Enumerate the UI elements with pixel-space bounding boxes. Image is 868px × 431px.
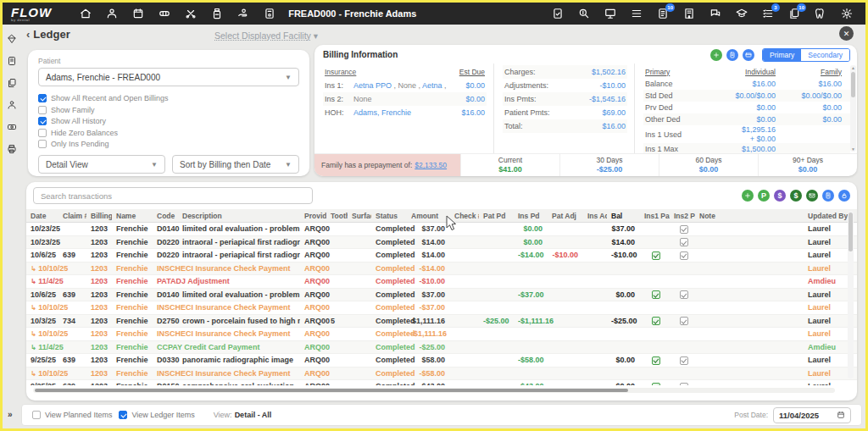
ins1-paid-checkbox[interactable] [652, 317, 660, 325]
column-header-check[interactable]: Check # [450, 212, 479, 220]
settings-icon[interactable] [840, 7, 854, 20]
column-header-claim[interactable]: Claim # [58, 212, 86, 220]
ins1-paid-checkbox[interactable] [652, 356, 660, 365]
checklist-icon[interactable]: 3 [761, 7, 775, 20]
sidebar-copy-icon[interactable] [7, 77, 18, 88]
ins2-paid-checkbox[interactable] [680, 383, 688, 385]
primary-table-scrollbar[interactable]: ▲ ▼ [850, 65, 856, 152]
procedures-icon[interactable] [184, 7, 198, 20]
column-header-tooth[interactable]: Tooth [326, 212, 348, 220]
close-button[interactable]: ✕ [839, 26, 854, 41]
charting-icon[interactable] [158, 7, 171, 20]
column-header-desc[interactable]: Description [178, 212, 300, 220]
worklist-icon[interactable] [630, 7, 643, 20]
payment-card-button[interactable] [743, 49, 754, 61]
filter-checkbox[interactable]: Show All History [38, 117, 299, 125]
payments-icon[interactable] [236, 7, 250, 20]
ins2-paid-checkbox[interactable] [680, 317, 688, 325]
select-facility-link[interactable]: Select Displayed Facility▾ [214, 30, 318, 41]
claims-icon[interactable] [551, 7, 565, 20]
column-header-status[interactable]: Status [371, 212, 407, 220]
fee-search-icon[interactable] [577, 7, 591, 20]
transaction-row[interactable]: 10/6/256391203FrenchieD0220intraoral - p… [26, 249, 857, 262]
column-header-ins1[interactable]: Ins1 Paid [640, 212, 670, 220]
add-transaction-button[interactable] [742, 190, 754, 202]
transaction-row[interactable]: ↳ 10/10/251203FrenchieINSCHECI Insurance… [26, 301, 857, 315]
column-header-insAdj[interactable]: Ins Adj [583, 212, 607, 220]
transaction-row[interactable]: 10/6/256391203FrenchieD0140limited oral … [26, 289, 857, 302]
column-header-billing[interactable]: Billing # [86, 212, 112, 220]
print-statement-button[interactable] [822, 190, 834, 202]
imaging-icon[interactable] [604, 7, 617, 20]
transaction-row[interactable]: ↳ 11/4/251203FrenchiePATADJ AdjustmentAR… [26, 275, 857, 289]
view-mode-select[interactable]: Detail View▼ [38, 155, 165, 174]
charge-button[interactable]: $ [790, 190, 802, 202]
pharmacy-icon[interactable] [210, 7, 224, 20]
expand-sidebar-button[interactable]: » [8, 410, 13, 419]
column-header-date[interactable]: Date [26, 212, 58, 220]
sidebar-forms-icon[interactable] [7, 55, 18, 66]
column-header-patAdj[interactable]: Pat Adj [548, 212, 583, 220]
transaction-row[interactable]: 9/25/256391203FrenchieD0150comprehensive… [26, 380, 857, 385]
ins2-paid-checkbox[interactable] [680, 251, 688, 260]
table-horizontal-scrollbar[interactable] [33, 388, 835, 393]
post-date-input[interactable]: 11/04/2025 [773, 407, 851, 423]
patient-icon[interactable] [105, 7, 119, 20]
transaction-row[interactable]: ↳ 10/10/251203FrenchieINSCHECI Insurance… [26, 262, 857, 276]
column-header-provider[interactable]: Provider [300, 212, 326, 220]
search-transactions-input[interactable] [33, 187, 313, 204]
ins1-paid-checkbox[interactable] [652, 251, 660, 260]
email-statement-button[interactable] [806, 190, 818, 202]
filter-checkbox[interactable]: Only Ins Pending [38, 140, 299, 148]
sidebar-modules-icon[interactable] [7, 33, 18, 44]
lock-button[interactable] [838, 190, 850, 202]
ins2-paid-checkbox[interactable] [680, 238, 688, 246]
view-planned-items-checkbox[interactable]: View Planned Items [32, 411, 112, 419]
insurance-link[interactable]: Adams, Frenchie [353, 108, 411, 117]
sidebar-billing-icon[interactable] [7, 121, 18, 132]
column-header-di[interactable]: Di [856, 212, 857, 220]
sort-mode-select[interactable]: Sort by Billing then Date▼ [172, 155, 299, 174]
records-icon[interactable] [263, 7, 276, 20]
column-header-patPd[interactable]: Pat Pd [479, 212, 514, 220]
sidebar-patient-icon[interactable] [7, 99, 18, 110]
documents-icon[interactable]: 10 [787, 7, 801, 20]
ins2-paid-checkbox[interactable] [680, 225, 688, 234]
filter-checkbox[interactable]: Show Family [38, 106, 299, 114]
view-ledger-items-checkbox[interactable]: View Ledger Items [119, 411, 194, 419]
transaction-row[interactable]: 9/25/256391203FrenchieD0330panoramic rad… [26, 354, 857, 367]
filter-checkbox[interactable]: Hide Zero Balances [38, 129, 299, 137]
column-header-code[interactable]: Code [153, 212, 178, 220]
payment-plan-button[interactable]: P [758, 190, 770, 202]
table-vertical-scrollbar[interactable] [848, 211, 854, 379]
ins1-paid-checkbox[interactable] [652, 383, 660, 385]
statement-button[interactable] [726, 49, 738, 61]
perio-icon[interactable] [814, 7, 827, 20]
patient-select[interactable]: Adams, Frenchie - FREAD000 ▼ [38, 68, 299, 86]
transaction-row[interactable]: 10/23/251203FrenchieD0220intraoral - per… [26, 236, 857, 250]
transaction-row[interactable]: ↳ 10/10/251203FrenchieINSCHECI Insurance… [26, 328, 857, 341]
column-header-insPd[interactable]: Ins Pd [514, 212, 548, 220]
primary-toggle-button[interactable]: Primary [763, 49, 801, 61]
column-header-ins2[interactable]: Ins2 Paid [670, 212, 695, 220]
office-icon[interactable] [682, 7, 696, 20]
scroll-up-arrow[interactable]: ▲ [850, 65, 856, 70]
ins2-paid-checkbox[interactable] [680, 290, 688, 299]
calendar-icon[interactable] [837, 411, 845, 419]
sidebar-print-icon[interactable] [7, 143, 18, 154]
messages-icon[interactable] [709, 7, 722, 20]
column-header-note[interactable]: Note [695, 212, 804, 220]
adjustment-button[interactable]: $ [774, 190, 786, 202]
education-icon[interactable] [735, 7, 748, 20]
column-header-amount[interactable]: Amount [407, 212, 450, 220]
home-icon[interactable] [79, 7, 92, 20]
ins2-paid-checkbox[interactable] [680, 356, 688, 365]
ins1-paid-checkbox[interactable] [652, 290, 660, 299]
column-header-name[interactable]: Name [112, 212, 153, 220]
column-header-bal[interactable]: Bal [607, 212, 640, 220]
back-button[interactable]: ‹ [26, 28, 30, 41]
insurance-link[interactable]: Aetna [422, 81, 442, 90]
prepayment-amount-link[interactable]: $2,133.50 [415, 161, 447, 169]
add-billing-button[interactable] [710, 49, 722, 61]
column-header-surface[interactable]: Surface [348, 212, 371, 220]
